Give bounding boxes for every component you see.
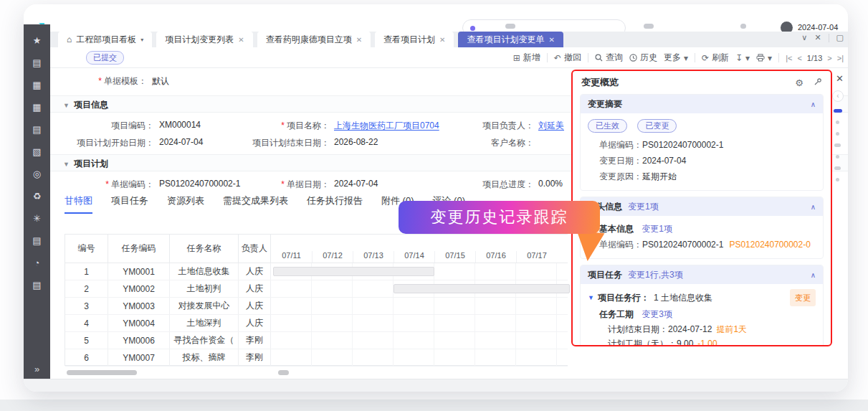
change-count-link[interactable]: 变更3项	[642, 309, 672, 319]
refresh-button[interactable]: ⟳ 刷新	[702, 52, 729, 64]
table-row[interactable]: 5 YM0006 寻找合作资金（ 李刚	[65, 332, 568, 349]
anchor-dot[interactable]	[834, 166, 841, 170]
table-row[interactable]: 4 YM0004 土地深判 人庆	[65, 315, 568, 332]
gantt-bar[interactable]	[394, 284, 570, 293]
gantt-bar[interactable]	[273, 267, 434, 276]
panel-close-icon[interactable]: ✕	[836, 73, 844, 84]
required-mark: *	[281, 121, 285, 131]
owner-link[interactable]: 刘延美	[538, 120, 564, 132]
fullscreen-icon[interactable]: ▢	[836, 33, 844, 42]
section-title: 项目信息	[74, 100, 108, 110]
gantt-lane	[271, 349, 568, 366]
anchor-dot[interactable]	[834, 143, 841, 147]
chevron-up-icon[interactable]: ∧	[811, 203, 816, 211]
anchor-dot[interactable]	[836, 178, 839, 181]
change-count-link[interactable]: 变更1项	[628, 201, 659, 213]
change-count-link[interactable]: 变更1行,共3项	[628, 269, 683, 281]
anchor-dot[interactable]	[836, 155, 839, 159]
tab-gantt[interactable]: 甘特图	[65, 194, 92, 214]
recycle-icon[interactable]: ♻	[33, 192, 42, 202]
proj-code-value: XM000014	[159, 120, 201, 130]
withdraw-button[interactable]: ↶ 撤回	[554, 52, 581, 64]
board-icon[interactable]: ▤	[32, 58, 41, 68]
close-icon[interactable]: ✕	[439, 36, 445, 44]
history-clock-icon[interactable]: ◔	[34, 258, 40, 268]
chevron-down-icon[interactable]: ∨	[801, 33, 807, 42]
anchor-dot[interactable]	[836, 132, 839, 136]
header-info-header[interactable]: 表头信息 变更1项 ∧	[581, 197, 823, 216]
change-count-link[interactable]: 变更1项	[642, 224, 672, 234]
table-row[interactable]: 2 YM0002 土地初判 人庆	[65, 280, 568, 298]
task-row-line[interactable]: ▼ 项目任务行： 1 土地信息收集 变更	[588, 289, 816, 306]
rail-collapse-icon[interactable]: ‹	[832, 90, 844, 102]
chevron-up-icon[interactable]: ∧	[811, 100, 816, 108]
panel-icon[interactable]: ▤	[32, 125, 41, 135]
topbar-icon-3[interactable]	[740, 24, 746, 29]
gear-icon[interactable]: ⚙	[795, 77, 803, 88]
tab-change-order[interactable]: 查看项目计划变更单 ✕	[458, 32, 563, 47]
change-summary-header[interactable]: 变更摘要 ∧	[581, 95, 823, 113]
query-label: 查询	[606, 52, 623, 64]
topbar-date: 2024-07-04	[798, 23, 838, 32]
divider	[695, 53, 695, 62]
bar-chart-icon-2[interactable]: ▦	[32, 103, 41, 113]
chevron-up-icon[interactable]: ∧	[811, 271, 816, 279]
tab-resource-list[interactable]: 资源列表	[167, 194, 204, 214]
panel-icon-2[interactable]: ▤	[32, 236, 41, 246]
required-mark: *	[281, 179, 285, 189]
gantt-lane	[271, 280, 568, 297]
tab-project-setup[interactable]: 查看药明康德项目立项 ✕	[257, 32, 371, 47]
panel-icon-3[interactable]: ▤	[32, 280, 41, 290]
basic-info-line: 基本信息 变更1项	[588, 221, 816, 237]
table-row[interactable]: 1 YM0001 土地信息收集 人庆	[65, 263, 568, 280]
tab-label: 查看项目计划	[383, 34, 435, 46]
gantt-lane	[271, 298, 568, 314]
pin-icon[interactable]	[814, 77, 822, 88]
status-pill-effective: 已生效	[588, 119, 627, 133]
anchor-active[interactable]	[834, 109, 842, 113]
tab-home[interactable]: ⌂ 工程部项目看板 ▾	[58, 32, 152, 47]
tab-deliverables[interactable]: 需提交成果列表	[223, 194, 288, 214]
print-button[interactable]: ▾	[756, 54, 772, 62]
close-icon[interactable]: ✕	[356, 36, 362, 44]
star-icon[interactable]: ★	[33, 36, 42, 46]
tab-task-report[interactable]: 任务执行报告	[307, 194, 363, 214]
undo-icon: ↶	[554, 54, 561, 62]
close-icon[interactable]: ✕	[548, 36, 554, 44]
export-button[interactable]: ↧ ▾	[735, 54, 750, 62]
delta-value: 提前1天	[716, 324, 747, 334]
tab-project-plan[interactable]: 查看项目计划 ✕	[375, 32, 454, 47]
tab-change-list[interactable]: 项目计划变更列表 ✕	[156, 32, 252, 47]
prev-page-icon[interactable]: <	[797, 54, 801, 62]
expand-triangle-icon: ▼	[588, 290, 594, 306]
window-footer	[24, 379, 848, 392]
table-row[interactable]: 6 YM0007 投标、摘牌 李刚	[65, 349, 568, 367]
report-doc-icon[interactable]: ▧	[32, 147, 41, 157]
last-page-icon[interactable]: >|	[837, 54, 844, 62]
sidebar-collapse-icon[interactable]: »	[24, 364, 50, 374]
proj-name-link[interactable]: 上海生物医药工厂项目0704	[334, 120, 439, 132]
tab-project-tasks[interactable]: 项目任务	[111, 194, 148, 214]
anchor-dot[interactable]	[836, 121, 839, 124]
page-indicator: 1/13	[807, 54, 822, 62]
cell-code: YM0007	[108, 349, 170, 366]
close-icon[interactable]: ✕	[238, 36, 244, 44]
doc-code-label: *单据编码：	[50, 179, 154, 191]
history-button[interactable]: 历史	[629, 52, 657, 64]
project-tasks-header[interactable]: 项目任务 变更1行,共3项 ∧	[581, 265, 823, 284]
bar-chart-icon[interactable]: ▦	[32, 80, 41, 90]
query-button[interactable]: 查询	[595, 52, 623, 64]
owner-label: 项目负责人：	[441, 120, 534, 132]
more-button[interactable]: 更多 ▾	[664, 52, 688, 64]
topbar-icon-2[interactable]	[644, 24, 654, 29]
next-page-icon[interactable]: >	[827, 54, 831, 62]
topbar-icon[interactable]	[505, 24, 515, 29]
h-scrollbar-gantt[interactable]	[278, 370, 289, 375]
finance-icon[interactable]: ◎	[33, 169, 41, 179]
h-scrollbar-left[interactable]	[67, 370, 137, 375]
asterisk-icon[interactable]: ✳	[33, 214, 41, 224]
close-all-icon[interactable]: ✕	[814, 33, 821, 42]
add-button[interactable]: ⊞ 新增	[513, 52, 540, 64]
table-row[interactable]: 3 YM0003 对接发展中心 人庆	[65, 298, 568, 315]
first-page-icon[interactable]: |<	[786, 54, 792, 62]
